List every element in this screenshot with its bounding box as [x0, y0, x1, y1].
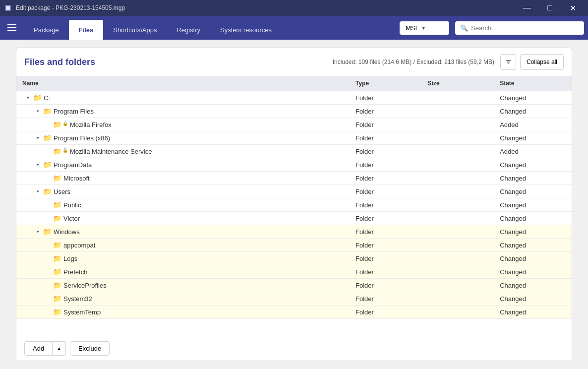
- folder-icon: 📁: [43, 161, 52, 169]
- row-size-cell: [422, 118, 494, 131]
- row-state-cell: Changed: [494, 252, 572, 265]
- tab-registry[interactable]: Registry: [167, 20, 210, 40]
- row-type-cell: Folder: [350, 172, 422, 185]
- row-size-cell: [422, 252, 494, 265]
- hamburger-menu[interactable]: [4, 20, 20, 36]
- col-header-state: State: [494, 76, 572, 91]
- folder-icon: 📁: [53, 201, 61, 209]
- tab-package[interactable]: Package: [24, 20, 69, 40]
- row-type-cell: Folder: [350, 239, 422, 252]
- row-state-cell: Changed: [494, 131, 572, 145]
- row-type-cell: Folder: [350, 252, 422, 265]
- table-row: 📁 System32 Folder Changed: [16, 292, 572, 306]
- file-table-wrapper[interactable]: Name Type Size State ▾ 📁 C: Folder Chang…: [16, 76, 572, 336]
- row-type-cell: Folder: [350, 265, 422, 279]
- row-name-cell: 📁 Logs: [22, 254, 344, 262]
- row-name-label: Windows: [54, 228, 80, 236]
- row-state-cell: Changed: [494, 185, 572, 198]
- table-row: 📁 appcompat Folder Changed: [16, 239, 572, 252]
- main-panel: Files and folders Included: 109 files (2…: [16, 48, 572, 361]
- row-name-label: Prefetch: [63, 268, 87, 276]
- nav-tabs: Package Files Shortcuts\Apps Registry Sy…: [24, 16, 400, 40]
- collapse-all-button[interactable]: Collapse all: [520, 54, 564, 70]
- table-row: 📁 Logs Folder Changed: [16, 252, 572, 265]
- row-name-cell: 📁 Victor: [22, 214, 344, 222]
- content-area: Files and folders Included: 109 files (2…: [0, 40, 588, 361]
- row-name-cell: ▾ 📁 Program Files: [22, 107, 344, 115]
- maximize-button[interactable]: □: [538, 0, 561, 16]
- bottom-bar: Add ▲ Exclude: [16, 336, 572, 361]
- row-name-label: C:: [44, 94, 50, 102]
- row-state-cell: Added: [494, 118, 572, 131]
- row-name-cell: 📁 System32: [22, 295, 344, 303]
- row-size-cell: [422, 145, 494, 158]
- row-name-cell: 📁 appcompat: [22, 241, 344, 249]
- row-name-cell: ▾ 📁 Program Files (x86): [22, 134, 344, 142]
- row-name-cell: ▾ 📁 Users: [22, 187, 344, 195]
- table-row: 📁 ServiceProfiles Folder Changed: [16, 279, 572, 292]
- col-header-size: Size: [422, 76, 494, 91]
- format-dropdown[interactable]: MSI ▼: [400, 21, 449, 35]
- row-type-cell: Folder: [350, 131, 422, 145]
- chevron-down-icon: ▼: [421, 25, 426, 31]
- row-name-cell: 📁🔒 Mozilla Firefox: [22, 121, 344, 128]
- chevron-icon[interactable]: ▾: [24, 94, 31, 101]
- navbar: Package Files Shortcuts\Apps Registry Sy…: [0, 16, 588, 40]
- search-input[interactable]: [455, 21, 584, 35]
- close-button[interactable]: ✕: [561, 0, 584, 16]
- row-state-cell: Changed: [494, 279, 572, 292]
- row-type-cell: Folder: [350, 212, 422, 225]
- table-row: ▾ 📁 Users Folder Changed: [16, 185, 572, 198]
- row-size-cell: [422, 158, 494, 172]
- row-name-cell: ▾ 📁 ProgramData: [22, 161, 344, 169]
- row-name-label: Users: [54, 188, 70, 195]
- folder-special-icon: 📁: [53, 121, 61, 128]
- folder-icon: 📁: [53, 254, 61, 262]
- chevron-icon[interactable]: ▾: [34, 188, 41, 195]
- chevron-icon[interactable]: ▾: [34, 161, 41, 168]
- table-row: ▾ 📁 Program Files Folder Changed: [16, 105, 572, 118]
- row-size-cell: [422, 225, 494, 239]
- tab-sysresources[interactable]: System resources: [210, 20, 282, 40]
- folder-icon: 📁: [53, 174, 61, 182]
- row-name-label: Logs: [63, 255, 77, 262]
- row-state-cell: Changed: [494, 105, 572, 118]
- table-row: ▾ 📁 Windows Folder Changed: [16, 225, 572, 239]
- add-button[interactable]: Add: [24, 341, 53, 356]
- format-dropdown-value: MSI: [406, 24, 417, 32]
- add-dropdown-button[interactable]: ▲: [53, 341, 66, 356]
- row-name-cell: 📁 Microsoft: [22, 174, 344, 182]
- exclude-button[interactable]: Exclude: [70, 341, 110, 356]
- chevron-icon[interactable]: ▾: [34, 108, 41, 115]
- row-size-cell: [422, 306, 494, 319]
- folder-icon: 📁: [43, 228, 52, 236]
- chevron-icon[interactable]: ▾: [34, 134, 41, 141]
- row-type-cell: Folder: [350, 145, 422, 158]
- row-type-cell: Folder: [350, 292, 422, 306]
- table-header-row: Name Type Size State: [16, 76, 572, 91]
- table-row: 📁 Victor Folder Changed: [16, 212, 572, 225]
- row-name-cell: 📁 SystemTemp: [22, 308, 344, 316]
- row-state-cell: Changed: [494, 292, 572, 306]
- row-name-cell: 📁 Public: [22, 201, 344, 209]
- file-stats: Included: 109 files (214,6 MB) / Exclude…: [333, 59, 494, 65]
- row-type-cell: Folder: [350, 118, 422, 131]
- row-name-cell: 📁 ServiceProfiles: [22, 281, 344, 289]
- row-state-cell: Added: [494, 145, 572, 158]
- tab-shortcuts[interactable]: Shortcuts\Apps: [103, 20, 167, 40]
- row-name-label: Mozilla Maintenance Service: [70, 148, 152, 155]
- chevron-up-icon: ▲: [57, 346, 61, 351]
- tab-files[interactable]: Files: [69, 20, 104, 40]
- row-type-cell: Folder: [350, 185, 422, 198]
- minimize-button[interactable]: —: [516, 0, 538, 16]
- svg-rect-1: [6, 6, 10, 10]
- table-row: 📁🔒 Mozilla Maintenance Service Folder Ad…: [16, 145, 572, 158]
- chevron-icon[interactable]: ▾: [34, 228, 41, 235]
- page-title: Files and folders: [24, 57, 333, 67]
- row-name-label: appcompat: [63, 242, 95, 249]
- search-wrapper: 🔍: [455, 21, 584, 35]
- row-state-cell: Changed: [494, 212, 572, 225]
- row-name-label: Program Files: [54, 108, 94, 115]
- table-row: 📁🔒 Mozilla Firefox Folder Added: [16, 118, 572, 131]
- filter-button[interactable]: [500, 54, 516, 70]
